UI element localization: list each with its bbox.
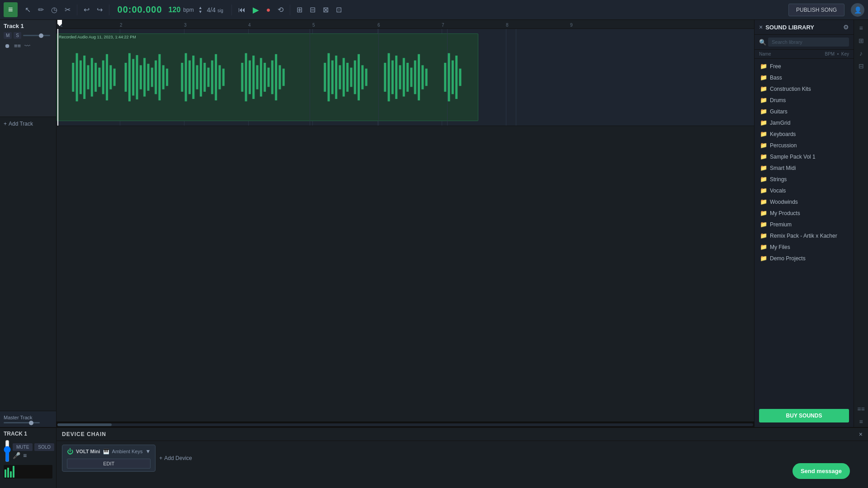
right-icon-bottom-1[interactable]: ≡≡ xyxy=(855,404,866,414)
divider2 xyxy=(109,5,109,15)
track1-solo-button[interactable]: S xyxy=(14,32,21,39)
bottom-track-vol-slider[interactable] xyxy=(4,440,11,462)
main-area: Track 1 M S ⏺ ≡≡ 〰 + Add Track Master Tr… xyxy=(0,20,868,427)
bpm-arrows[interactable]: ▲ ▼ xyxy=(198,6,203,14)
right-icon-4[interactable]: ⊟ xyxy=(857,61,866,71)
folder-icon: 📁 xyxy=(760,85,767,92)
tool5-button[interactable]: ⊞ xyxy=(294,4,305,16)
master-track-vol-row xyxy=(4,422,52,423)
library-item[interactable]: 📁Premium xyxy=(755,219,854,230)
library-item[interactable]: 📁Smart Midi xyxy=(755,162,854,174)
user-avatar[interactable]: 👤 xyxy=(851,3,864,17)
bottom-icons: 🎤 ≡ xyxy=(13,452,54,459)
horizontal-scrollbar[interactable] xyxy=(57,422,754,427)
redo-button[interactable]: ↪ xyxy=(94,4,105,16)
bpm-down-arrow[interactable]: ▼ xyxy=(198,10,203,14)
track1-record-icon[interactable]: ⏺ xyxy=(4,42,11,50)
track1-volume-slider[interactable] xyxy=(23,35,50,36)
track1-audio-clip[interactable]: Recorded Audio Aug 11, 2023, 1:44:22 PM xyxy=(57,33,478,121)
cursor-tool-button[interactable]: ↖ xyxy=(22,4,33,16)
buy-sounds-button[interactable]: BUY SOUNDS xyxy=(759,409,849,422)
library-close-x[interactable]: × xyxy=(759,23,763,31)
svg-rect-47 xyxy=(283,69,285,86)
library-item[interactable]: 📁Bass xyxy=(755,72,854,83)
device-chain-header: DEVICE CHAIN × xyxy=(57,428,868,441)
divider3 xyxy=(231,5,232,15)
left-panel: Track 1 M S ⏺ ≡≡ 〰 + Add Track Master Tr… xyxy=(0,20,57,427)
track1-controls: M S xyxy=(4,32,52,39)
svg-rect-27 xyxy=(192,56,194,99)
library-item[interactable]: 📁Strings xyxy=(755,174,854,185)
pencil-tool-button[interactable]: ✏ xyxy=(35,4,47,16)
right-icon-1[interactable]: ≡ xyxy=(857,23,864,33)
add-device-button[interactable]: + Add Device xyxy=(159,455,192,461)
sound-library: × SOUND LIBRARY ⚙ 🔍 Name BPM • Key 📁Free… xyxy=(754,20,854,427)
svg-rect-31 xyxy=(208,68,210,87)
publish-song-button[interactable]: PUBLISH SONG xyxy=(788,4,844,16)
bottom-eq-icon[interactable]: ≡ xyxy=(23,452,27,459)
svg-rect-19 xyxy=(151,68,153,87)
library-item[interactable]: 📁Keyboards xyxy=(755,128,854,140)
library-item[interactable]: 📁Construction Kits xyxy=(755,83,854,94)
library-item[interactable]: 📁Free xyxy=(755,61,854,72)
tool6-button[interactable]: ⊟ xyxy=(307,4,318,16)
device-power-button[interactable]: ⏻ xyxy=(67,448,73,455)
undo-button[interactable]: ↩ xyxy=(81,4,92,16)
library-item[interactable]: 📁Vocals xyxy=(755,185,854,196)
skip-start-button[interactable]: ⏮ xyxy=(236,4,248,16)
library-item[interactable]: 📁Demo Projects xyxy=(755,253,854,264)
bottom-solo-button[interactable]: SOLO xyxy=(34,443,54,451)
svg-rect-42 xyxy=(264,63,266,92)
track1-mute-button[interactable]: M xyxy=(4,32,12,39)
library-item-name: Free xyxy=(770,63,781,70)
folder-icon: 📁 xyxy=(760,142,767,149)
library-item-name: Sample Pack Vol 1 xyxy=(770,154,816,160)
bottom-mic-icon[interactable]: 🎤 xyxy=(13,452,20,459)
library-item-name: Remix Pack - Artik x Kacher xyxy=(770,233,837,239)
library-item[interactable]: 📁Percussion xyxy=(755,140,854,151)
right-icon-bottom-2[interactable]: ≡ xyxy=(857,416,864,427)
library-settings-button[interactable]: ⚙ xyxy=(843,23,849,31)
menu-button[interactable]: ≡ xyxy=(4,2,18,17)
library-item-name: Premium xyxy=(770,221,792,228)
tool7-button[interactable]: ⊠ xyxy=(320,4,331,16)
add-track-area[interactable]: + Add Track xyxy=(0,117,56,131)
scissors-tool-button[interactable]: ✂ xyxy=(62,4,73,16)
svg-rect-6 xyxy=(94,63,97,92)
svg-rect-15 xyxy=(136,55,138,99)
master-volume-slider[interactable] xyxy=(4,422,40,423)
loop-button[interactable]: ⟲ xyxy=(275,4,286,16)
divider4 xyxy=(290,5,290,15)
track1-automation-icon[interactable]: 〰 xyxy=(24,42,31,50)
folder-icon: 📁 xyxy=(760,232,767,239)
library-item[interactable]: 📁Drums xyxy=(755,94,854,106)
svg-rect-63 xyxy=(395,56,397,99)
right-icon-3[interactable]: ♪ xyxy=(858,48,864,59)
library-item[interactable]: 📁My Products xyxy=(755,207,854,219)
library-item[interactable]: 📁Sample Pack Vol 1 xyxy=(755,151,854,162)
track1-name: Track 1 xyxy=(4,23,52,29)
play-button[interactable]: ▶ xyxy=(250,3,262,17)
clock-tool-button[interactable]: ◷ xyxy=(48,4,60,16)
record-button[interactable]: ● xyxy=(264,4,274,16)
send-message-button[interactable]: Send message xyxy=(793,463,850,479)
device-preset-dropdown[interactable]: ▼ xyxy=(145,448,151,455)
library-search-input[interactable] xyxy=(768,38,849,47)
svg-rect-56 xyxy=(354,61,356,94)
right-icon-2[interactable]: ⊞ xyxy=(857,35,866,46)
scroll-thumb[interactable] xyxy=(57,423,112,426)
track1-eq-icon[interactable]: ≡≡ xyxy=(13,42,22,50)
folder-icon: 📁 xyxy=(760,74,767,81)
svg-rect-4 xyxy=(87,65,90,89)
tool8-button[interactable]: ⊡ xyxy=(333,4,344,16)
library-item[interactable]: 📁Woodwinds xyxy=(755,196,854,207)
svg-rect-69 xyxy=(418,54,420,100)
library-item[interactable]: 📁Remix Pack - Artik x Kacher xyxy=(755,230,854,241)
bottom-mute-button[interactable]: MUTE xyxy=(13,443,33,451)
library-item[interactable]: 📁JamGrid xyxy=(755,117,854,128)
library-header: × SOUND LIBRARY ⚙ xyxy=(755,20,854,35)
device-edit-button[interactable]: EDIT xyxy=(67,459,151,469)
library-item[interactable]: 📁Guitars xyxy=(755,106,854,117)
library-item[interactable]: 📁My Files xyxy=(755,241,854,253)
device-chain-close-button[interactable]: × xyxy=(859,431,863,438)
